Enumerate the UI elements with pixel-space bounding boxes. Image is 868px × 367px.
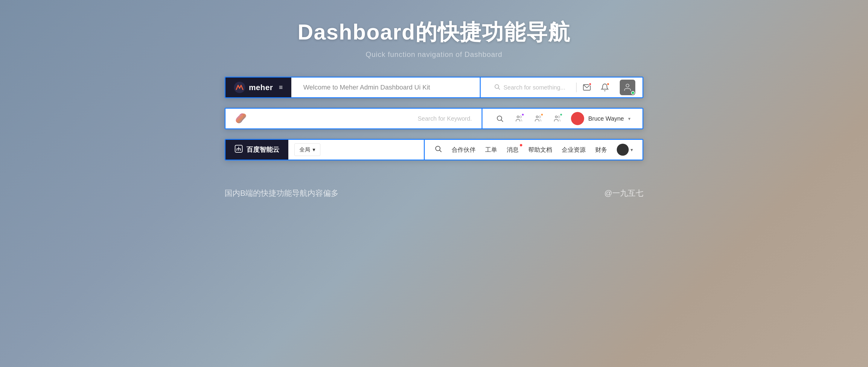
svg-point-7: [517, 116, 519, 118]
baidu-nav-help[interactable]: 帮助文档: [528, 146, 552, 154]
svg-line-6: [501, 120, 503, 122]
title-section: Dashboard的快捷功能导航 Quick function navigati…: [298, 18, 570, 59]
s-chevron-icon: ▾: [628, 116, 630, 121]
footer-description: 国内B端的快捷功能导航内容偏多: [225, 188, 339, 198]
svg-point-14: [435, 146, 440, 150]
search-icon: [494, 84, 500, 92]
footer-section: 国内B端的快捷功能导航内容偏多 @一九互七: [225, 188, 643, 198]
baidu-brand-name: 百度智能云: [246, 145, 279, 154]
meher-navbar: meher ≡ Welcome to Meher Admin Dashboard…: [225, 77, 643, 98]
baidu-navbar: 百度智能云 全局 ▾ 合作伙伴 工单 消息: [225, 139, 643, 161]
meher-welcome-text: Welcome to Meher Admin Dashboard Ui Kit: [303, 84, 430, 91]
s-logo-icon: [234, 111, 249, 126]
s-navbar-wrapper: Search for Keyword.: [225, 108, 643, 129]
svg-point-4: [626, 84, 629, 87]
footer-author: @一九互七: [604, 188, 643, 198]
mail-badge: [589, 83, 592, 86]
svg-point-5: [497, 116, 502, 120]
s-search-button[interactable]: [494, 113, 505, 124]
s-users1-badge: [521, 113, 524, 116]
meher-brand-name: meher: [249, 83, 273, 92]
baidu-search-input[interactable]: [320, 146, 418, 153]
svg-point-9: [536, 116, 538, 118]
baidu-brand: 百度智能云: [225, 140, 288, 160]
meher-action-icons: [582, 80, 635, 95]
meher-search-area[interactable]: Search for something...: [488, 84, 571, 92]
mail-button[interactable]: [582, 82, 592, 93]
bell-badge: [607, 83, 610, 86]
baidu-nav-enterprise[interactable]: 企业资源: [562, 146, 586, 154]
baidu-nav-orders[interactable]: 工单: [485, 146, 497, 154]
meher-right-section: Search for something...: [480, 78, 643, 97]
svg-point-10: [539, 116, 541, 118]
baidu-chevron-icon: ▾: [630, 147, 633, 153]
s-username: Bruce Wayne: [588, 115, 624, 122]
s-users3-button[interactable]: [552, 113, 563, 124]
svg-line-2: [498, 88, 500, 89]
meher-navbar-wrapper: meher ≡ Welcome to Meher Admin Dashboard…: [225, 77, 643, 98]
baidu-scope-chevron: ▾: [313, 146, 315, 153]
meher-logo-icon: [234, 82, 245, 93]
s-brand: [225, 109, 273, 129]
s-search-placeholder: Search for Keyword.: [417, 115, 472, 122]
user-avatar[interactable]: [620, 80, 635, 95]
svg-line-15: [440, 150, 441, 152]
baidu-scope-label: 全局: [300, 146, 310, 153]
page-subtitle: Quick function navigation of Dashboard: [298, 50, 570, 59]
svg-point-1: [495, 84, 499, 88]
message-badge: [520, 144, 522, 146]
s-navbar: Search for Keyword.: [225, 108, 643, 129]
baidu-logo-icon: [234, 144, 244, 156]
svg-point-8: [520, 116, 522, 118]
hamburger-icon[interactable]: ≡: [279, 84, 283, 91]
baidu-user-avatar: [617, 144, 629, 156]
divider: [576, 83, 577, 92]
baidu-navbar-wrapper: 百度智能云 全局 ▾ 合作伙伴 工单 消息: [225, 139, 643, 161]
s-users2-badge: [540, 113, 544, 116]
s-users2-button[interactable]: [533, 113, 544, 124]
meher-search-placeholder: Search for something...: [503, 84, 565, 91]
s-user-avatar: [571, 112, 584, 125]
svg-point-11: [555, 116, 557, 118]
baidu-user-button[interactable]: ▾: [617, 144, 633, 156]
baidu-nav-messages[interactable]: 消息: [507, 146, 519, 154]
s-right-section: Bruce Wayne ▾: [482, 109, 643, 129]
baidu-nav-finance[interactable]: 财务: [595, 146, 607, 154]
online-status-dot: [631, 91, 635, 94]
meher-brand: meher ≡: [225, 78, 291, 97]
s-users3-badge: [560, 113, 563, 116]
baidu-nav-partners[interactable]: 合作伙伴: [452, 146, 475, 154]
bell-button[interactable]: [599, 82, 610, 93]
baidu-left-section: 全局 ▾: [288, 140, 424, 160]
baidu-search-icon[interactable]: [434, 145, 442, 154]
page-title: Dashboard的快捷功能导航: [298, 18, 570, 47]
s-search-area[interactable]: Search for Keyword.: [273, 109, 482, 129]
baidu-scope-button[interactable]: 全局 ▾: [294, 143, 320, 156]
s-user-section[interactable]: Bruce Wayne ▾: [571, 112, 630, 125]
s-users1-button[interactable]: [514, 113, 524, 124]
svg-point-12: [558, 116, 560, 118]
baidu-right-section: 合作伙伴 工单 消息 帮助文档 企业资源 财务 ▾: [424, 140, 643, 160]
meher-welcome-area: Welcome to Meher Admin Dashboard Ui Kit: [291, 78, 480, 97]
